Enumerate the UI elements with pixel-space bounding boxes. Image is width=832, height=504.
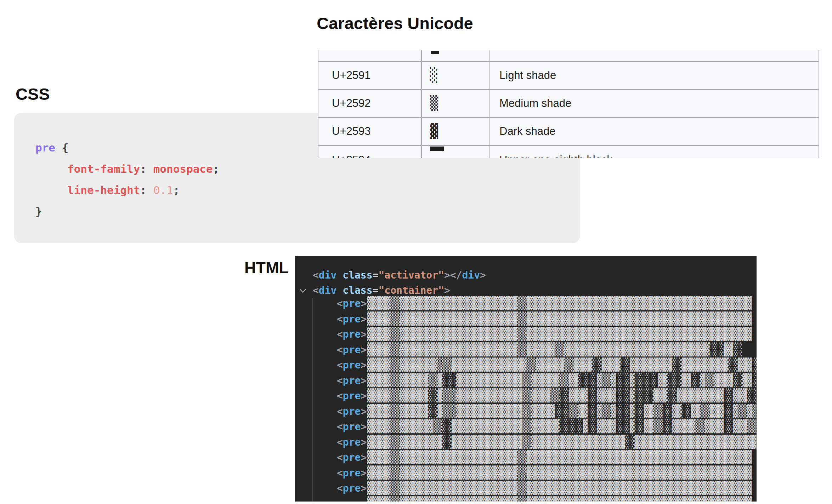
tag-name: pre	[343, 344, 361, 356]
name-cell: Medium shade	[499, 89, 571, 117]
shade-art-line: ▓▓▓▓▓▒▒▓▓▓▓▓▓░░▓▒▒▒▓▓▓▓▓▓▓▓▓▓▓▓▓▓▒▒▓▓▓▓▓…	[367, 404, 756, 418]
tag-name: pre	[343, 359, 361, 371]
angle-bracket: >	[361, 344, 367, 356]
page: Caractères Unicode CSS pre { font-family…	[0, 0, 832, 504]
css-selector: pre	[35, 141, 55, 154]
pre-tag-label: <pre>	[337, 436, 367, 449]
pre-tag-label: <pre>	[337, 389, 367, 403]
shade-art-line: ▓▓▓▓▓▒▒▓▓▓▓▓▓▓▒▒░░▓▓▓▓▓▓▓▓▓▓▓▓▓▓▓▒▒▓▓▓▓▓…	[367, 419, 756, 434]
attr-name: class	[336, 285, 372, 296]
tag-name: pre	[343, 375, 361, 386]
angle-bracket: >	[361, 436, 367, 448]
pre-tag-label: <pre>	[337, 328, 367, 341]
codepoint-cell: U+2591	[332, 61, 370, 89]
attr-value: "activator"	[378, 269, 444, 281]
angle-bracket: <	[337, 421, 343, 433]
html-section-label: HTML	[244, 259, 289, 277]
table-row: U+2591 ░ Light shade	[318, 61, 819, 89]
angle-bracket: >	[361, 467, 367, 479]
name-cell-clipped: Upper one eighth block	[499, 154, 612, 158]
tag-name: pre	[343, 452, 361, 463]
angle-bracket: <	[337, 467, 343, 479]
css-open-brace: {	[55, 141, 68, 154]
tag-name: div	[462, 269, 480, 281]
codepoint-cell: U+2593	[332, 117, 370, 145]
pre-tag-label: <pre>	[337, 297, 367, 310]
css-semicolon: ;	[173, 184, 180, 196]
angle-bracket: <	[337, 359, 343, 371]
angle-bracket: >	[444, 285, 450, 296]
pre-tag-label: <pre>	[337, 451, 367, 464]
table-row-partial-top	[318, 50, 819, 61]
codepoint-cell: U+2592	[332, 89, 370, 117]
shade-art-line: ▓▓▓▓▓▒▒▓▓▓▓▓▓▓▓▓▓▓▓▓▓▓▓▓▓▓▓▓▓▓▓▓▒▒▓▓▓▓▓▓…	[367, 450, 752, 464]
angle-bracket: <	[337, 298, 343, 309]
tag-name: pre	[343, 436, 361, 448]
angle-bracket: >	[361, 482, 367, 494]
unicode-table: U+2591 ░ Light shade U+2592 ▒ Medium sha…	[318, 50, 819, 158]
pre-tag-label: <pre>	[337, 359, 367, 372]
tag-name: pre	[343, 421, 361, 433]
chevron-down-icon[interactable]	[298, 286, 307, 296]
angle-bracket: >	[444, 269, 450, 281]
angle-bracket: >	[361, 375, 367, 386]
table-row-partial-bottom: U+2594 Upper one eighth block	[318, 145, 819, 158]
shade-art-line: ▓▓▓▓▓▒▒▓▓▓▓▓▓▓▓▓▓▓▓▓▓▓▓▓▓▓▓▓▓▓▓▓▒▒▓▓▓▓▓▓…	[367, 497, 752, 502]
angle-bracket: <	[337, 344, 343, 356]
css-property-name: font-family	[67, 162, 140, 175]
indent-guide-line	[312, 298, 313, 502]
angle-bracket: >	[361, 328, 367, 340]
tag-name: div	[319, 269, 337, 281]
pre-tag-label: <pre>	[337, 405, 367, 418]
css-property-value: 0.1	[147, 184, 173, 196]
table-row: U+2592 ▒ Medium shade	[318, 89, 819, 117]
pre-tag-label: <pre>	[337, 420, 367, 434]
pre-tag-label: <pre>	[337, 482, 367, 495]
name-cell: Dark shade	[499, 117, 556, 145]
css-semicolon: ;	[213, 162, 220, 175]
shade-art-line: ▓▓▓▓▓▒▒▓▓▓▓▓▓▓▓▓▓▓▓▓▓▓▓▓▓▓▓▓▓▓▓▓▒▒▓▓▓▓▓▓…	[367, 296, 752, 310]
page-title: Caractères Unicode	[317, 13, 473, 33]
angle-bracket: <	[337, 436, 343, 448]
attr-name: class	[336, 269, 372, 281]
angle-bracket: </	[450, 269, 462, 281]
shade-art-line: ▓▓▓▓▓▒▒▓▓▓▓▓▓▓▓▒▒▒▓▓▓▓▓▓▓▓▓▓▓▓▓▓▓▓▒▒▓▓▓▓…	[367, 358, 757, 372]
pre-tag-label: <pre>	[337, 466, 367, 480]
pre-tag-label: <pre>	[337, 313, 367, 326]
tag-name: pre	[343, 298, 361, 309]
shade-art-line: ▓▓▓▓▓▒▒▓▓▓▓▓▓▒▒▓░░░▓▓▓▓▓▓▓▓▓▓▓▓▓▓▒▒▓▓▓▓▓…	[367, 373, 756, 388]
tag-name: pre	[343, 313, 361, 325]
devtools-node-container[interactable]: <div class="container">	[313, 284, 450, 297]
tag-name: pre	[343, 328, 361, 340]
clipped-glyph-fragment	[430, 147, 444, 151]
shade-art-line: ▓▓▓▓▓▒▒▓▓▓▓▓▓░░▓▒▒▒▓▓▓▓▓▓▓▓▓▓▓▓▓▓▒▒▓▓▓▓▒…	[367, 389, 756, 403]
tag-name: pre	[343, 390, 361, 402]
shade-art-line: ▓▓▓▓▓▒▒▓▓▓▓▓▓▓▓▓░░▓▓▓▓▓▓▓▓▓▓▓▓▓▓▓▒▒▓▓▓▓▓…	[367, 435, 756, 449]
devtools-node-activator[interactable]: <div class="activator"></div>	[313, 269, 486, 282]
devtools-elements-panel: <div class="activator"></div> <div class…	[295, 256, 757, 502]
angle-bracket: >	[361, 452, 367, 463]
angle-bracket: >	[361, 421, 367, 433]
tag-name: div	[319, 285, 337, 296]
angle-bracket: >	[361, 298, 367, 309]
name-cell: Light shade	[499, 61, 556, 89]
equals-sign: =	[373, 269, 379, 281]
css-code-line-selector: pre {	[35, 141, 68, 154]
pre-tag-label: <pre>	[337, 343, 367, 357]
angle-bracket: >	[361, 406, 367, 417]
angle-bracket: >	[480, 269, 486, 281]
css-colon: :	[140, 162, 147, 175]
shade-art-line: ▓▓▓▓▓▒▒▓▓▓▓▓▓▓▓▓▓▓▓▓▓▓▓▓▓▓▓▓▓▓▓▓▒▒▓▓▓▓▓▓…	[367, 481, 752, 495]
css-section-label: CSS	[16, 84, 50, 104]
css-code-line-line-height: line-height: 0.1;	[67, 183, 180, 197]
equals-sign: =	[373, 285, 379, 296]
css-code-line-close: }	[35, 205, 42, 218]
angle-bracket: <	[337, 406, 343, 417]
css-colon: :	[140, 184, 147, 196]
attr-value: "container"	[378, 285, 444, 296]
angle-bracket: <	[337, 390, 343, 402]
css-close-brace: }	[35, 205, 42, 218]
angle-bracket: <	[337, 375, 343, 386]
angle-bracket: <	[337, 328, 343, 340]
angle-bracket: >	[361, 359, 367, 371]
